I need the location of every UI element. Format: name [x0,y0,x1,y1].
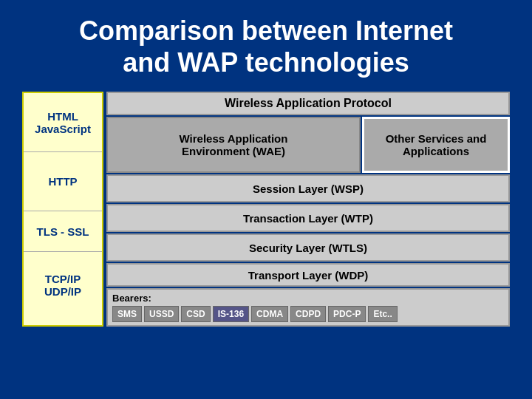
wap-col: Wireless Application Protocol Wireless A… [106,92,510,327]
bearer-pdcp: PDC-P [328,306,366,322]
bearers-section: Bearers: SMS USSD CSD IS-136 CDMA CDPD P… [106,288,510,327]
bearer-csd: CSD [181,306,210,322]
slide-title: Comparison between Internet and WAP tech… [22,15,510,78]
security-layer: Security Layer (WTLS) [106,233,510,262]
tcp-label: TCP/IPUDP/IP [24,252,102,318]
bearer-etc: Etc.. [368,306,397,322]
other-services-box: Other Services andApplications [362,117,510,173]
bearer-sms: SMS [112,306,142,322]
internet-col: HTMLJavaScript HTTP TLS - SSL TCP/IPUDP/… [22,92,103,327]
bearer-cdpd: CDPD [290,306,326,322]
bearer-cdma: CDMA [251,306,288,322]
wae-box: Wireless ApplicationEnvironment (WAE) [106,117,361,173]
http-label: HTTP [24,152,102,211]
bearers-label: Bearers: [112,293,504,304]
bearer-is136: IS-136 [213,306,249,322]
main-content: HTMLJavaScript HTTP TLS - SSL TCP/IPUDP/… [22,92,510,327]
wae-row: Wireless ApplicationEnvironment (WAE) Ot… [106,117,510,173]
bearer-ussd: USSD [144,306,179,322]
transaction-layer: Transaction Layer (WTP) [106,204,510,232]
transport-layer: Transport Layer (WDP) [106,263,510,287]
bearers-items: SMS USSD CSD IS-136 CDMA CDPD PDC-P Etc.… [112,306,504,322]
slide: Comparison between Internet and WAP tech… [0,0,532,399]
tls-label: TLS - SSL [24,211,102,252]
html-label: HTMLJavaScript [24,93,102,152]
session-layer: Session Layer (WSP) [106,174,510,202]
wap-header: Wireless Application Protocol [106,92,510,115]
